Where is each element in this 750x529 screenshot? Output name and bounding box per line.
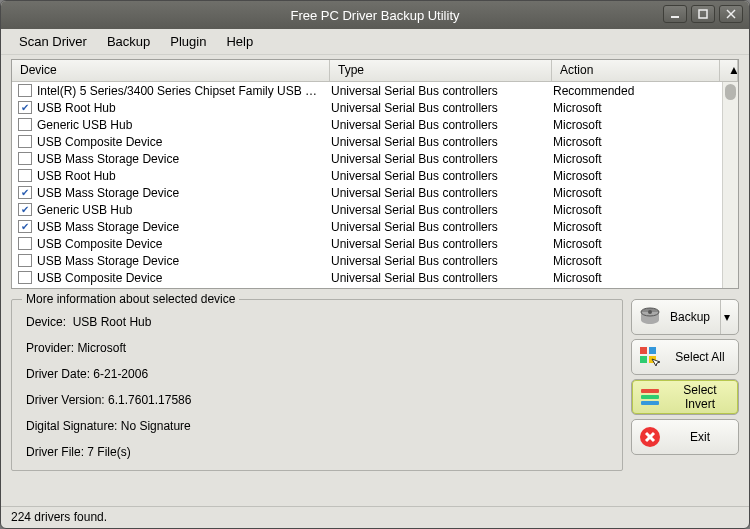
cell-type: Universal Serial Bus controllers: [331, 169, 553, 183]
list-body: Intel(R) 5 Series/3400 Series Chipset Fa…: [12, 82, 738, 288]
cell-action: Microsoft: [553, 101, 738, 115]
row-checkbox[interactable]: [18, 118, 32, 131]
menu-backup[interactable]: Backup: [97, 31, 160, 52]
cell-type: Universal Serial Bus controllers: [331, 186, 553, 200]
table-row[interactable]: USB Composite DeviceUniversal Serial Bus…: [12, 133, 738, 150]
info-date: Driver Date: 6-21-2006: [26, 367, 608, 381]
scrollbar[interactable]: [722, 82, 738, 288]
cell-device: USB Composite Device: [37, 135, 331, 149]
cell-action: Microsoft: [553, 186, 738, 200]
grid-cursor-icon: [638, 345, 662, 369]
svg-rect-7: [640, 347, 647, 354]
cell-device: Generic USB Hub: [37, 118, 331, 132]
cell-action: Microsoft: [553, 203, 738, 217]
svg-point-6: [648, 310, 652, 314]
scrollbar-thumb[interactable]: [725, 84, 736, 100]
row-checkbox[interactable]: [18, 186, 32, 199]
column-header-device[interactable]: Device: [12, 60, 330, 81]
backup-button[interactable]: Backup ▾: [631, 299, 739, 335]
table-row[interactable]: USB Mass Storage DeviceUniversal Serial …: [12, 184, 738, 201]
cell-device: USB Root Hub: [37, 101, 331, 115]
select-all-button[interactable]: Select All: [631, 339, 739, 375]
cell-action: Recommended: [553, 84, 738, 98]
maximize-button[interactable]: [691, 5, 715, 23]
info-signature: Digital Signature: No Signature: [26, 419, 608, 433]
info-version: Driver Version: 6.1.7601.17586: [26, 393, 608, 407]
row-checkbox[interactable]: [18, 101, 32, 114]
select-invert-button[interactable]: Select Invert: [631, 379, 739, 415]
list-header: Device Type Action ▲: [12, 60, 738, 82]
close-button[interactable]: [719, 5, 743, 23]
exit-button[interactable]: Exit: [631, 419, 739, 455]
cell-action: Microsoft: [553, 135, 738, 149]
cell-type: Universal Serial Bus controllers: [331, 271, 553, 285]
stack-icon: [638, 385, 662, 409]
svg-rect-9: [640, 356, 647, 363]
table-row[interactable]: USB Mass Storage DeviceUniversal Serial …: [12, 252, 738, 269]
menu-plugin[interactable]: Plugin: [160, 31, 216, 52]
cell-type: Universal Serial Bus controllers: [331, 84, 553, 98]
menu-scan-driver[interactable]: Scan Driver: [9, 31, 97, 52]
column-header-type[interactable]: Type: [330, 60, 552, 81]
cell-device: USB Mass Storage Device: [37, 220, 331, 234]
menubar: Scan Driver Backup Plugin Help: [1, 29, 749, 55]
row-checkbox[interactable]: [18, 152, 32, 165]
cell-device: USB Composite Device: [37, 237, 331, 251]
table-row[interactable]: USB Composite DeviceUniversal Serial Bus…: [12, 269, 738, 286]
table-row[interactable]: USB Root HubUniversal Serial Bus control…: [12, 99, 738, 116]
backup-button-label: Backup: [668, 310, 712, 324]
cell-device: USB Mass Storage Device: [37, 186, 331, 200]
window-controls: [663, 5, 743, 23]
cell-device: USB Printing Support: [37, 288, 331, 289]
cell-action: Microsoft: [553, 237, 738, 251]
table-row[interactable]: Generic USB HubUniversal Serial Bus cont…: [12, 201, 738, 218]
column-header-spacer: ▲: [720, 60, 738, 81]
row-checkbox[interactable]: [18, 271, 32, 284]
cell-action: Microsoft: [553, 271, 738, 285]
close-circle-icon: [638, 425, 662, 449]
table-row[interactable]: USB Mass Storage DeviceUniversal Serial …: [12, 218, 738, 235]
cell-type: Universal Serial Bus controllers: [331, 203, 553, 217]
row-checkbox[interactable]: [18, 84, 32, 97]
row-checkbox[interactable]: [18, 254, 32, 267]
window-title: Free PC Driver Backup Utility: [290, 8, 459, 23]
row-checkbox[interactable]: [18, 237, 32, 250]
cell-type: Universal Serial Bus controllers: [331, 220, 553, 234]
lower-panel: More information about selected device D…: [11, 299, 739, 471]
row-checkbox[interactable]: [18, 220, 32, 233]
table-row[interactable]: Generic USB HubUniversal Serial Bus cont…: [12, 116, 738, 133]
cell-type: Universal Serial Bus controllers: [331, 118, 553, 132]
cell-device: Intel(R) 5 Series/3400 Series Chipset Fa…: [37, 84, 331, 98]
app-window: { "title": "Free PC Driver Backup Utilit…: [0, 0, 750, 529]
cell-type: Universal Serial Bus controllers: [331, 152, 553, 166]
device-info-group: More information about selected device D…: [11, 299, 623, 471]
select-all-label: Select All: [668, 350, 732, 364]
table-row[interactable]: USB Root HubUniversal Serial Bus control…: [12, 167, 738, 184]
row-checkbox[interactable]: [18, 135, 32, 148]
column-header-action[interactable]: Action: [552, 60, 720, 81]
backup-dropdown[interactable]: ▾: [720, 300, 732, 334]
driver-list: Device Type Action ▲ Intel(R) 5 Series/3…: [11, 59, 739, 289]
cell-device: USB Composite Device: [37, 271, 331, 285]
cell-type: Universal Serial Bus controllers: [331, 288, 553, 289]
cell-type: Universal Serial Bus controllers: [331, 135, 553, 149]
cell-type: Universal Serial Bus controllers: [331, 254, 553, 268]
minimize-button[interactable]: [663, 5, 687, 23]
table-row[interactable]: USB Printing SupportUniversal Serial Bus…: [12, 286, 738, 288]
exit-label: Exit: [668, 430, 732, 444]
svg-rect-13: [641, 401, 659, 405]
menu-help[interactable]: Help: [216, 31, 263, 52]
table-row[interactable]: Intel(R) 5 Series/3400 Series Chipset Fa…: [12, 82, 738, 99]
list-rows: Intel(R) 5 Series/3400 Series Chipset Fa…: [12, 82, 738, 288]
select-invert-label: Select Invert: [668, 383, 732, 411]
table-row[interactable]: USB Mass Storage DeviceUniversal Serial …: [12, 150, 738, 167]
content-area: Device Type Action ▲ Intel(R) 5 Series/3…: [1, 55, 749, 506]
cell-type: Universal Serial Bus controllers: [331, 101, 553, 115]
row-checkbox[interactable]: [18, 203, 32, 216]
table-row[interactable]: USB Composite DeviceUniversal Serial Bus…: [12, 235, 738, 252]
info-provider: Provider: Microsoft: [26, 341, 608, 355]
svg-rect-1: [699, 10, 707, 18]
row-checkbox[interactable]: [18, 169, 32, 182]
info-file: Driver File: 7 File(s): [26, 445, 608, 459]
status-bar: 224 drivers found.: [1, 506, 749, 528]
